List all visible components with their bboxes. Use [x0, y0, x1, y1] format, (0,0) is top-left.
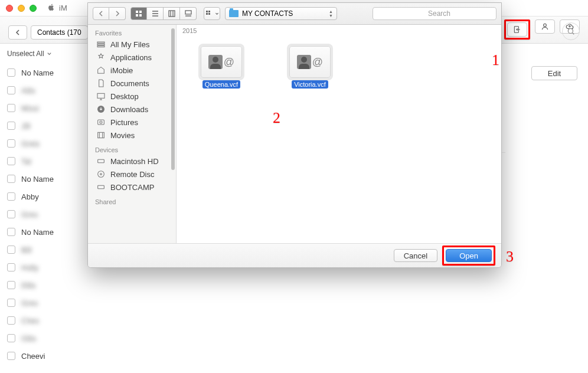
search-input[interactable]: [373, 7, 496, 20]
contact-checkbox[interactable]: [7, 228, 15, 236]
contact-row[interactable]: Dilis: [0, 276, 92, 294]
dialog-search: [373, 7, 496, 20]
sidebar-item-label: iMobie: [110, 66, 133, 75]
contact-row[interactable]: Jill: [0, 117, 92, 135]
contact-checkbox[interactable]: [7, 192, 15, 201]
view-columns-button[interactable]: [164, 7, 180, 20]
sidebar-item[interactable]: Macintosh HD: [88, 155, 176, 168]
contact-row[interactable]: Gres: [0, 205, 92, 223]
contact-checkbox[interactable]: [7, 122, 15, 130]
sidebar-item[interactable]: Downloads: [88, 103, 176, 116]
contact-row[interactable]: Missi: [0, 99, 92, 117]
svg-rect-3: [136, 11, 138, 13]
sidebar-item[interactable]: Pictures: [88, 116, 176, 129]
open-file-dialog: MY CONTACTS ▲▼ Favorites All My FilesApp…: [87, 2, 502, 268]
contact-checkbox[interactable]: [7, 281, 15, 289]
import-button[interactable]: [507, 22, 527, 37]
contact-row[interactable]: Oilis: [0, 329, 92, 347]
open-button[interactable]: Open: [446, 249, 492, 262]
sidebar-item[interactable]: Documents: [88, 77, 176, 90]
sidebar-item-icon: [96, 78, 106, 88]
unselect-all-button[interactable]: Unselect All: [0, 44, 92, 64]
sidebar-item-label: BOOTCAMP: [110, 183, 154, 192]
view-list-button[interactable]: [147, 7, 164, 20]
contact-row[interactable]: Ches: [0, 312, 92, 329]
sidebar-item[interactable]: Remote Disc: [88, 168, 176, 181]
sidebar-item-label: Remote Disc: [110, 170, 154, 179]
svg-rect-24: [98, 185, 104, 188]
svg-point-1: [544, 24, 547, 27]
contact-checkbox[interactable]: [7, 263, 15, 271]
file-item[interactable]: @Queena.vcf: [198, 46, 245, 89]
sidebar-item-icon: [96, 169, 106, 179]
contact-checkbox[interactable]: [7, 175, 15, 183]
sidebar-item[interactable]: Desktop: [88, 90, 176, 103]
contact-checkbox[interactable]: [7, 104, 15, 112]
nav-back-button[interactable]: [8, 25, 27, 40]
contact-name: Cheevi: [21, 352, 45, 361]
global-search-button[interactable]: [562, 22, 580, 40]
person-button[interactable]: [535, 19, 555, 34]
sidebar-item-icon: [96, 66, 106, 75]
contact-row[interactable]: No Name: [0, 223, 92, 241]
view-icons-button[interactable]: [130, 7, 147, 20]
dialog-toolbar: MY CONTACTS ▲▼: [88, 3, 501, 25]
nav-history-group: [93, 7, 126, 20]
svg-rect-16: [97, 93, 104, 98]
sidebar-item[interactable]: Movies: [88, 129, 176, 142]
path-header: 2015: [177, 25, 501, 34]
contact-checkbox[interactable]: [7, 139, 15, 148]
sidebar-item-icon: [96, 156, 106, 166]
contact-row[interactable]: Greis: [0, 135, 92, 152]
contact-checkbox[interactable]: [7, 334, 15, 342]
contact-row[interactable]: No Name: [0, 64, 92, 81]
contact-checkbox[interactable]: [7, 246, 15, 254]
view-coverflow-button[interactable]: [180, 7, 197, 20]
contact-row[interactable]: Abby: [0, 188, 92, 205]
file-area: 2015 @Queena.vcf@Victoria.vcf: [177, 25, 501, 243]
svg-point-23: [100, 174, 102, 175]
close-window-button[interactable]: [6, 5, 13, 12]
sidebar-scrollbar[interactable]: [171, 28, 175, 170]
cancel-button[interactable]: Cancel: [394, 249, 437, 262]
chevron-down-icon: [47, 51, 52, 57]
sidebar-item-label: Desktop: [110, 92, 139, 101]
contact-checkbox[interactable]: [7, 86, 15, 94]
contact-name: No Name: [21, 68, 54, 77]
svg-rect-11: [206, 13, 208, 15]
contacts-list: No NameAilisMissiJillGreisTalNo NameAbby…: [0, 64, 92, 365]
arrange-button[interactable]: [204, 7, 220, 20]
folder-popup[interactable]: MY CONTACTS ▲▼: [225, 7, 337, 20]
contact-row[interactable]: No Name: [0, 170, 92, 188]
sidebar-item[interactable]: Applications: [88, 51, 176, 64]
contact-checkbox[interactable]: [7, 210, 15, 218]
nav-back[interactable]: [93, 7, 109, 20]
contact-row[interactable]: Tal: [0, 152, 92, 170]
contact-row[interactable]: Gres: [0, 294, 92, 312]
nav-title[interactable]: Contacts (170: [31, 25, 88, 40]
sidebar-item-label: Movies: [110, 131, 135, 140]
contact-checkbox[interactable]: [7, 157, 15, 165]
sidebar-item[interactable]: BOOTCAMP: [88, 181, 176, 194]
arrange-group: [204, 7, 220, 20]
apple-icon: [47, 3, 55, 13]
contact-checkbox[interactable]: [7, 299, 15, 307]
file-item[interactable]: @Victoria.vcf: [286, 46, 334, 89]
sidebar-item[interactable]: iMobie: [88, 64, 176, 77]
contact-row[interactable]: Bill: [0, 241, 92, 259]
annotation-box-3: Open: [442, 246, 495, 266]
sidebar-item[interactable]: All My Files: [88, 38, 176, 51]
sidebar-item-label: Macintosh HD: [110, 157, 159, 166]
zoom-window-button[interactable]: [30, 5, 37, 12]
edit-button[interactable]: Edit: [531, 66, 577, 80]
file-label: Victoria.vcf: [292, 80, 328, 89]
nav-forward[interactable]: [109, 7, 126, 20]
minimize-window-button[interactable]: [18, 5, 25, 12]
sidebar-item-icon: [96, 104, 106, 114]
contact-checkbox[interactable]: [7, 316, 15, 325]
contact-row[interactable]: Holly: [0, 259, 92, 276]
contact-checkbox[interactable]: [7, 68, 15, 77]
contact-row[interactable]: Ailis: [0, 81, 92, 99]
contact-checkbox[interactable]: [7, 352, 15, 360]
contact-row[interactable]: Cheevi: [0, 347, 92, 365]
